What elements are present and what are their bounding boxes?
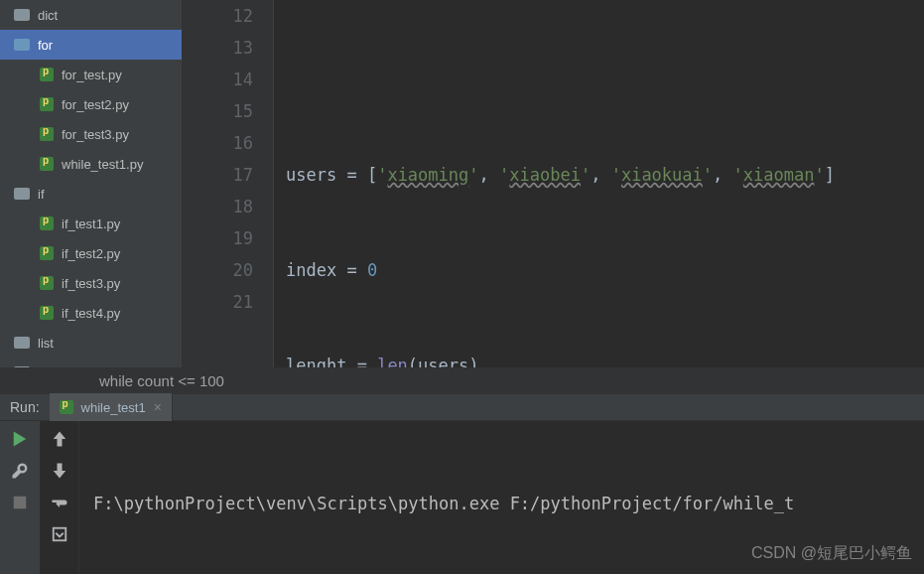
watermark: CSDN @短尾巴小鳄鱼 [751,543,912,564]
code-editor[interactable]: 12 13 14 15 16 17 18 19 20 21 users = ['… [183,0,924,367]
folder-icon [14,9,30,21]
file-tree[interactable]: dict for for_test.py for_test2.py for_te… [0,0,183,367]
svg-rect-0 [14,497,27,509]
run-label: Run: [0,399,50,415]
tree-file[interactable]: for_test3.py [0,119,182,149]
console-line: F:\pythonProject\venv\Scripts\python.exe… [93,489,910,518]
run-toolbar-left [0,421,40,574]
soft-wrap-icon[interactable] [50,493,69,512]
tree-file[interactable]: if_test2.py [0,238,182,268]
tree-folder-set[interactable]: set [0,358,182,367]
python-file-icon [40,96,56,112]
python-file-icon [40,245,56,261]
code-area[interactable]: users = ['xiaoming', 'xiaobei', 'xiaokua… [274,0,924,367]
run-tab[interactable]: while_test1 × [50,393,173,421]
svg-rect-3 [53,528,66,541]
arrow-down-icon[interactable] [50,461,69,481]
wrench-icon[interactable] [10,461,30,481]
breadcrumb: while count <= 100 [0,367,924,393]
tree-folder-list[interactable]: list [0,328,182,358]
python-file-icon [40,67,56,82]
run-panel-header: Run: while_test1 × [0,393,924,421]
python-file-icon [40,156,56,172]
python-file-icon [40,215,56,231]
python-file-icon [60,399,75,415]
tree-file[interactable]: while_test1.py [0,149,182,179]
run-toolbar-inner [40,421,79,574]
line-number-gutter: 12 13 14 15 16 17 18 19 20 21 [183,0,274,367]
arrow-up-icon[interactable] [50,429,69,449]
python-file-icon [40,126,56,142]
stop-icon[interactable] [10,493,30,512]
close-icon[interactable]: × [154,399,162,415]
folder-icon [14,188,30,200]
python-file-icon [40,275,56,291]
tree-file[interactable]: if_test1.py [0,209,182,238]
tree-folder-if[interactable]: if [0,179,182,209]
run-icon[interactable] [10,429,30,449]
scroll-to-end-icon[interactable] [50,524,69,544]
folder-icon [14,39,30,51]
run-tab-label: while_test1 [81,400,146,415]
tree-file[interactable]: for_test2.py [0,89,182,119]
folder-icon [14,337,30,349]
tree-folder-for[interactable]: for [0,30,182,60]
tree-file[interactable]: if_test3.py [0,268,182,298]
folder-icon [14,366,30,367]
tree-folder-dict[interactable]: dict [0,0,182,30]
python-file-icon [40,305,56,321]
tree-file[interactable]: for_test.py [0,60,182,89]
tree-file[interactable]: if_test4.py [0,298,182,328]
